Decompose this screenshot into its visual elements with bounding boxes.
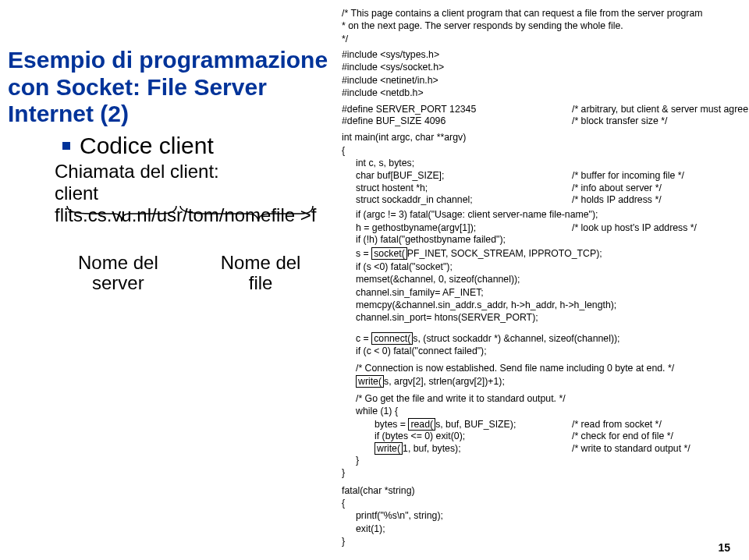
code-line: int main(int argc, char **argv) [342, 132, 749, 144]
code-line: memcpy(&channel.sin_addr.s_addr, h->h_ad… [342, 299, 749, 311]
code-line: #define SERVER_PORT 12345 /* arbitrary, … [342, 104, 749, 115]
page-root: Esempio di programmazione con Socket: Fi… [8, 8, 733, 548]
code-line: { [342, 145, 749, 157]
code-line: channel.sin_family= AF_INET; [342, 287, 749, 299]
code-text: s = [356, 248, 371, 259]
highlight-box-socket: socket( [371, 247, 407, 260]
bullet-item: Codice client [8, 133, 335, 159]
code-text: s, argv[2], strlen(argv[2])+1); [384, 376, 505, 387]
highlight-box-write: write( [356, 375, 384, 388]
code-text: c = [356, 333, 371, 344]
label-line: Nome del [78, 253, 158, 273]
code-line: h = gethostbyname(argv[1]); /* look up h… [342, 222, 749, 234]
code-line: * on the next page. The server responds … [342, 20, 749, 32]
code-line: if (s <0) fatal("socket"); [342, 261, 749, 273]
code-comment: /* write to standard output */ [572, 443, 690, 455]
highlight-box-read: read( [408, 418, 435, 431]
code-line: { [342, 498, 749, 509]
label-line: server [78, 273, 158, 293]
code-line: */ [342, 34, 749, 45]
title-line: con Socket: File Server [8, 74, 335, 101]
code-line: printf("%s\n", string); [342, 510, 749, 522]
code-line: } [342, 455, 749, 466]
code-comment: /* Go get the file and write it to stand… [342, 393, 749, 405]
code-line: fatal(char *string) [342, 485, 749, 497]
code-text: s, buf, BUF_SIZE); [435, 419, 516, 430]
code-line: /* This page contains a client program t… [342, 8, 749, 19]
code-text: bytes = [374, 419, 408, 430]
code-text: #define SERVER_PORT 12345 [342, 104, 572, 115]
code-comment: /* info about server */ [572, 183, 662, 194]
code-text: #define BUF_SIZE 4096 [342, 115, 572, 127]
square-bullet-icon [62, 142, 70, 150]
code-block: /* This page contains a client program t… [342, 8, 749, 548]
subtext-call: Chiamata del client: [8, 161, 335, 183]
code-text: bytes = read(s, buf, BUF_SIZE); [374, 419, 572, 431]
label-file: Nome del file [221, 253, 301, 294]
code-line: bytes = read(s, buf, BUF_SIZE); /* read … [342, 419, 749, 431]
code-line: #include <netinet/in.h> [342, 75, 749, 87]
code-line: } [342, 467, 749, 479]
code-text: s, (struct sockaddr *) &channel, sizeof(… [413, 333, 619, 344]
code-comment: /* buffer for incoming file */ [572, 170, 684, 182]
code-line: if (c < 0) fatal("connect failed"); [342, 346, 749, 357]
code-comment: /* look up host's IP address */ [572, 222, 697, 234]
code-text: if (bytes <= 0) exit(0); [374, 431, 572, 442]
code-comment: /* check for end of file */ [572, 431, 673, 442]
code-line: write(1, buf, bytes); /* write to standa… [342, 443, 749, 455]
code-line: c = connect(s, (struct sockaddr *) &chan… [342, 333, 749, 345]
slide-title: Esempio di programmazione con Socket: Fi… [8, 47, 335, 128]
code-line: char buf[BUF_SIZE]; /* buffer for incomi… [342, 170, 749, 182]
code-text: write(1, buf, bytes); [374, 443, 572, 455]
code-line: channel.sin_port= htons(SERVER_PORT); [342, 312, 749, 324]
code-comment: /* holds IP address */ [572, 194, 662, 206]
title-line: Esempio di programmazione [8, 47, 335, 74]
command-text: client flits.cs.vu.nl/usr/tom/nomefile >… [55, 183, 316, 225]
code-line: while (1) { [342, 406, 749, 417]
labels-row: Nome del server Nome del file [8, 253, 335, 294]
code-text: struct sockaddr_in channel; [356, 194, 572, 206]
highlight-box-connect: connect( [371, 332, 413, 345]
code-text: 1, buf, bytes); [403, 443, 461, 454]
code-line: s = socket(PF_INET, SOCK_STREAM, IPPROTO… [342, 248, 749, 260]
code-line: #include <sys/types.h> [342, 49, 749, 61]
code-text: struct hostent *h; [356, 183, 572, 194]
subtext-command: client flits.cs.vu.nl/usr/tom/nomefile >… [8, 183, 335, 226]
title-line: Internet (2) [8, 101, 335, 128]
code-line: #include <netdb.h> [342, 87, 749, 99]
code-line: } [342, 536, 749, 548]
code-line: int c, s, bytes; [342, 158, 749, 169]
code-line: exit(1); [342, 523, 749, 535]
code-line: #include <sys/socket.h> [342, 62, 749, 73]
code-line: memset(&channel, 0, sizeof(channel)); [342, 274, 749, 285]
code-line: if (!h) fatal("gethostbyname failed"); [342, 234, 749, 246]
label-line: Nome del [221, 253, 301, 273]
code-line: write(s, argv[2], strlen(argv[2])+1); [342, 376, 749, 388]
page-number: 15 [718, 541, 730, 554]
code-line: struct sockaddr_in channel; /* holds IP … [342, 194, 749, 206]
code-line: if (argc != 3) fatal("Usage: client serv… [342, 209, 749, 221]
code-line: #define BUF_SIZE 4096 /* block transfer … [342, 115, 749, 127]
code-text: h = gethostbyname(argv[1]); [356, 222, 572, 234]
code-comment: /* Connection is now established. Send f… [342, 363, 749, 374]
highlight-box-write: write( [374, 442, 403, 455]
label-line: file [221, 273, 301, 293]
code-comment: /* block transfer size */ [572, 115, 667, 127]
code-comment: /* arbitrary, but client & server must a… [572, 104, 749, 115]
code-text: PF_INET, SOCK_STREAM, IPPROTO_TCP); [407, 248, 602, 259]
code-line: struct hostent *h; /* info about server … [342, 183, 749, 194]
code-text: char buf[BUF_SIZE]; [356, 170, 572, 182]
code-line: if (bytes <= 0) exit(0); /* check for en… [342, 431, 749, 442]
code-comment: /* read from socket */ [572, 419, 662, 431]
bullet-text: Codice client [80, 133, 214, 159]
label-server: Nome del server [78, 253, 158, 294]
left-column: Esempio di programmazione con Socket: Fi… [8, 8, 335, 293]
